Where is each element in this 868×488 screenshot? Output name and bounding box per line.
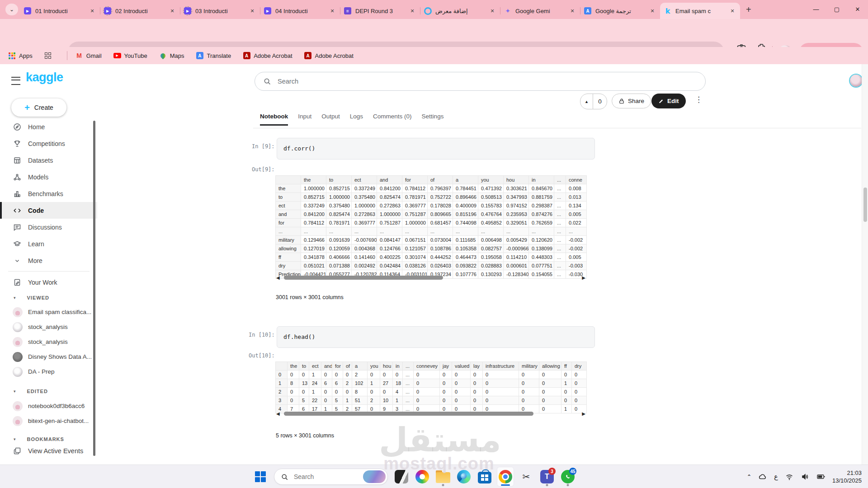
table-cell: 8 [352, 388, 368, 396]
bookmark-item[interactable]: AAdobe Acrobat [304, 52, 354, 60]
sidebar-item-models[interactable]: Models [0, 169, 97, 185]
tab-logs[interactable]: Logs [350, 113, 363, 126]
bookmark-item[interactable]: AAdobe Acrobat [243, 52, 292, 60]
upvote-control[interactable]: ▲ 0 [580, 94, 607, 109]
head-table-hscrollbar[interactable]: ◀ ▶ [275, 411, 586, 417]
onedrive-cloud-icon[interactable] [758, 472, 767, 481]
taskbar-search[interactable] [274, 469, 388, 485]
tab-close-icon[interactable]: ✕ [248, 7, 256, 15]
code-cell[interactable]: df.head() [277, 326, 595, 348]
search-input[interactable] [277, 77, 550, 85]
tab-settings[interactable]: Settings [422, 113, 444, 126]
sidebar-list-item[interactable]: stock_analysis [0, 319, 97, 334]
tray-chevron-up-icon[interactable]: ⌃ [747, 474, 751, 480]
kaggle-profile-avatar[interactable] [850, 75, 862, 87]
sidebar-list-item[interactable]: bitext-gen-ai-chatbot... [0, 413, 97, 428]
sidebar-scrollbar[interactable] [93, 121, 95, 456]
sidebar-item-benchmarks[interactable]: Benchmarks [0, 185, 97, 202]
taskbar-app-snipping-tool[interactable]: ✂ [518, 466, 535, 488]
sidebar-item-competitions[interactable]: Competitions [0, 135, 97, 152]
tab-search-button[interactable]: ⌄ [5, 4, 18, 15]
kaggle-search-bar[interactable] [255, 72, 706, 91]
new-tab-button[interactable]: + [746, 5, 751, 15]
sidebar-list-item[interactable]: Disney Shows Data A... [0, 349, 97, 364]
corr-table-hscrollbar[interactable]: ◀ ▶ [275, 275, 586, 281]
browser-tab[interactable]: ▶02 Introducti✕ [100, 3, 180, 19]
battery-icon[interactable] [816, 472, 826, 481]
tab-close-icon[interactable]: ✕ [488, 7, 496, 15]
sidebar-list-item[interactable]: Email spam classifica... [0, 305, 97, 319]
sidebar-item-datasets[interactable]: Datasets [0, 152, 97, 169]
browser-tab[interactable]: إضافة معرض✕ [420, 3, 500, 19]
more-options-icon[interactable]: ⋮ [695, 95, 703, 104]
bookmark-item[interactable]: Maps [159, 52, 184, 60]
bookmark-item[interactable]: Apps [8, 52, 33, 60]
browser-tab[interactable]: kEmail spam c✕ [660, 3, 740, 19]
page-scrollbar[interactable] [862, 64, 868, 465]
minimize-icon[interactable]: — [806, 0, 826, 18]
browser-tab[interactable]: ▶03 Introducti✕ [180, 3, 260, 19]
scroll-right-icon[interactable]: ▶ [582, 411, 585, 416]
scroll-left-icon[interactable]: ◀ [276, 411, 280, 416]
tab-title: إضافة معرض [435, 8, 488, 14]
tab-output[interactable]: Output [321, 113, 340, 126]
browser-tab[interactable]: ▶01 Introducti✕ [20, 3, 100, 19]
maximize-icon[interactable]: ▢ [826, 0, 847, 18]
tab-close-icon[interactable]: ✕ [328, 7, 336, 15]
scroll-left-icon[interactable]: ◀ [276, 275, 280, 280]
wifi-icon[interactable] [785, 472, 794, 481]
tab-close-icon[interactable]: ✕ [728, 7, 736, 15]
start-button[interactable] [252, 466, 269, 488]
section-header-bookmarks[interactable]: ▾BOOKMARKS [0, 435, 97, 443]
sidebar-item-home[interactable]: Home [0, 118, 97, 135]
table-cell: 0 [519, 388, 539, 396]
browser-tab[interactable]: ▶04 Introducti✕ [260, 3, 340, 19]
sidebar-list-item[interactable]: notebook0df3b6acc6 [0, 399, 97, 413]
tab-close-icon[interactable]: ✕ [88, 7, 96, 15]
menu-icon[interactable] [11, 77, 20, 85]
browser-tab[interactable]: ≡DEPI Round 3✕ [340, 3, 420, 19]
kaggle-logo[interactable]: kaggle [26, 70, 63, 84]
bookmark-item[interactable]: ▶YouTube [113, 52, 147, 60]
bookmark-icon: A [304, 52, 312, 60]
page-scrollbar-thumb[interactable] [863, 188, 867, 222]
create-button[interactable]: +Create [11, 99, 66, 117]
taskbar-app-teams[interactable]: T3 [538, 466, 556, 488]
scrollbar-thumb[interactable] [284, 412, 533, 416]
sidebar-item-more[interactable]: More [0, 252, 97, 269]
tab-close-icon[interactable]: ✕ [408, 7, 416, 15]
sidebar-list-item[interactable]: DA - Prep [0, 364, 97, 379]
share-button[interactable]: Share [612, 94, 651, 108]
code-cell[interactable]: df.corr() [277, 138, 595, 160]
sidebar-item-learn[interactable]: Learn [0, 235, 97, 252]
tab-close-icon[interactable]: ✕ [648, 7, 656, 15]
bookmark-item[interactable]: MGmail [75, 52, 102, 60]
tab-notebook[interactable]: Notebook [260, 113, 288, 126]
taskbar-search-input[interactable] [293, 473, 363, 481]
sidebar-list-item[interactable]: stock_analysis [0, 334, 97, 349]
tab-close-icon[interactable]: ✕ [168, 7, 176, 15]
upvote-icon[interactable]: ▲ [580, 94, 593, 109]
section-header-viewed[interactable]: ▾VIEWED [0, 294, 97, 302]
scroll-right-icon[interactable]: ▶ [582, 275, 585, 280]
scrollbar-thumb[interactable] [284, 276, 443, 280]
view-active-events[interactable]: View Active Events [0, 443, 97, 459]
tab-input[interactable]: Input [298, 113, 311, 126]
bookmark-item[interactable]: ATranslate [196, 52, 231, 60]
sidebar-item-code[interactable]: Code [0, 202, 97, 219]
taskbar-app-whatsapp[interactable]: 45 [559, 466, 576, 488]
sidebar-item-your-work[interactable]: Your Work [0, 274, 97, 291]
browser-tab[interactable]: AGoogle ترجمة✕ [580, 3, 660, 19]
close-icon[interactable]: ✕ [847, 0, 868, 18]
tab-close-icon[interactable]: ✕ [568, 7, 576, 15]
sidebar-item-discussions[interactable]: Discussions [0, 219, 97, 235]
volume-icon[interactable] [801, 472, 810, 481]
section-header-edited[interactable]: ▾EDITED [0, 387, 97, 395]
taskbar-clock[interactable]: 21:03 13/10/2025 [832, 469, 862, 484]
edit-button[interactable]: Edit [651, 94, 686, 108]
bookmark-item[interactable] [44, 52, 55, 60]
taskbar-app-chrome[interactable] [497, 467, 514, 487]
language-indicator[interactable]: ع [774, 473, 778, 481]
browser-tab[interactable]: ✦Google Gemi✕ [500, 3, 580, 19]
tab-comments-0-[interactable]: Comments (0) [373, 113, 412, 126]
